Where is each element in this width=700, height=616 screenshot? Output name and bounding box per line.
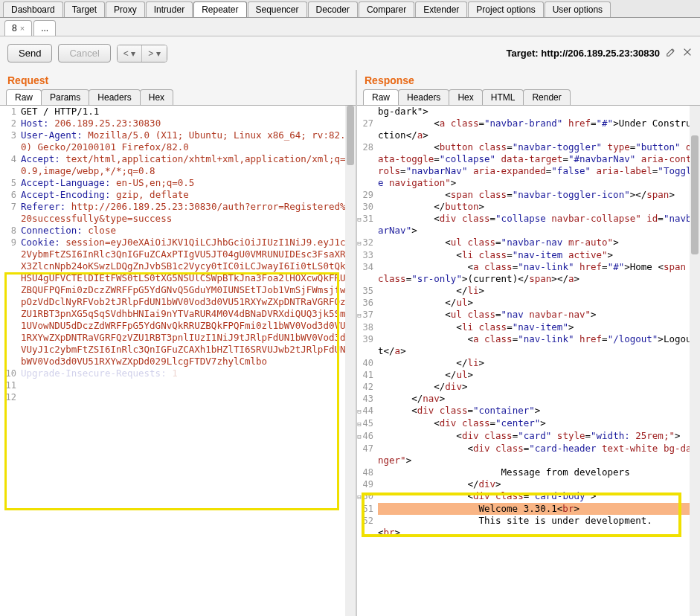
- req-tabs-raw[interactable]: Raw: [6, 89, 42, 105]
- req-tabs-hex[interactable]: Hex: [140, 89, 173, 105]
- close-tab-icon[interactable]: ×: [20, 24, 25, 33]
- response-editor[interactable]: bg-dark">27 <a class="navbar-brand" href…: [357, 106, 700, 616]
- split-panes: Request RawParamsHeadersHex 1GET / HTTP/…: [0, 70, 700, 616]
- resp-tabs-html[interactable]: HTML: [482, 89, 524, 105]
- top-tab-extender[interactable]: Extender: [415, 1, 467, 17]
- edit-target-icon[interactable]: [666, 47, 676, 60]
- response-pane: Response RawHeadersHexHTMLRender bg-dark…: [357, 70, 700, 616]
- request-editor[interactable]: 1GET / HTTP/1.12Host: 206.189.25.23:3083…: [0, 106, 356, 616]
- top-tab-decoder[interactable]: Decoder: [308, 1, 358, 17]
- req-tabs-headers[interactable]: Headers: [89, 89, 140, 105]
- history-prev-button[interactable]: < ▾: [118, 45, 141, 62]
- repeater-tab-...[interactable]: ...: [33, 20, 56, 36]
- close-target-icon[interactable]: [682, 47, 693, 60]
- top-tab-sequencer[interactable]: Sequencer: [248, 1, 307, 17]
- resp-tabs-raw[interactable]: Raw: [363, 89, 399, 105]
- response-tabs: RawHeadersHexHTMLRender: [357, 89, 700, 106]
- top-tab-proxy[interactable]: Proxy: [106, 1, 145, 17]
- top-tab-dashboard[interactable]: Dashboard: [3, 1, 63, 17]
- toolbar: Send Cancel < ▾ > ▾ Target: http://206.1…: [0, 36, 700, 70]
- response-title: Response: [357, 70, 700, 89]
- top-tab-target[interactable]: Target: [64, 1, 105, 17]
- resp-tabs-render[interactable]: Render: [523, 89, 570, 105]
- top-tab-comparer[interactable]: Comparer: [359, 1, 414, 17]
- top-tab-project-options[interactable]: Project options: [468, 1, 543, 17]
- req-tabs-params[interactable]: Params: [41, 89, 89, 105]
- resp-tabs-headers[interactable]: Headers: [398, 89, 449, 105]
- request-pane: Request RawParamsHeadersHex 1GET / HTTP/…: [0, 70, 357, 616]
- target-label: Target: http://206.189.25.23:30830: [507, 48, 660, 59]
- top-tab-repeater[interactable]: Repeater: [193, 1, 246, 17]
- top-tab-intruder[interactable]: Intruder: [146, 1, 193, 17]
- request-scrollbar[interactable]: [345, 106, 356, 616]
- history-next-button[interactable]: > ▾: [141, 45, 166, 62]
- cancel-button[interactable]: Cancel: [58, 44, 110, 62]
- request-title: Request: [0, 70, 356, 89]
- top-tab-user-options[interactable]: User options: [545, 1, 611, 17]
- history-nav: < ▾ > ▾: [117, 45, 167, 62]
- resp-tabs-hex[interactable]: Hex: [449, 89, 482, 105]
- top-tab-bar: DashboardTargetProxyIntruderRepeaterSequ…: [0, 0, 700, 18]
- send-button[interactable]: Send: [7, 44, 52, 62]
- repeater-sub-tabs: 8×...: [0, 18, 700, 36]
- repeater-tab-8[interactable]: 8×: [4, 20, 32, 36]
- response-scrollbar[interactable]: [690, 106, 700, 616]
- request-tabs: RawParamsHeadersHex: [0, 89, 356, 106]
